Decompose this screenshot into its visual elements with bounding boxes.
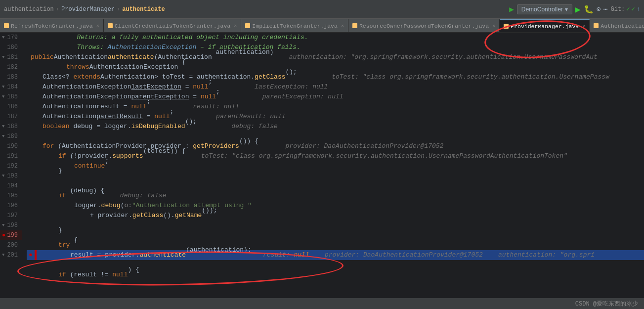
breadcrumb-item-2: ProviderManager — [61, 6, 115, 13]
code-line-188: for (AuthenticationProvider provider : g… — [27, 141, 644, 151]
tab-implicit-token[interactable]: ImplicitTokenGranter.java ✕ — [241, 19, 348, 32]
run-config-label: DemoController — [521, 6, 563, 13]
debug-icon[interactable]: 🐛 — [584, 4, 594, 14]
code-line-191: } — [27, 171, 644, 181]
tab-label: RefreshTokenGranter.java — [11, 23, 93, 29]
code-line-198: try { — [27, 240, 644, 250]
watermark-text: CSDN @爱吃东西的冰少 — [575, 300, 638, 308]
line-num-201: 201 — [0, 250, 22, 260]
code-line-193: if (debug) { debug: false — [27, 191, 644, 201]
code-editor: 179 180 181 182 183 184 185 186 187 188 … — [0, 33, 644, 298]
line-num-191: 191 — [0, 151, 22, 161]
tab-refresh-token-granter[interactable]: RefreshTokenGranter.java ✕ — [0, 19, 104, 32]
code-line-192 — [27, 181, 644, 191]
tab-label: ImplicitTokenGranter.java — [252, 23, 338, 29]
line-number-gutter: 179 180 181 182 183 184 185 186 187 188 … — [0, 33, 25, 298]
code-line-183: AuthenticationException parentException … — [27, 92, 644, 102]
line-num-186: 186 — [0, 102, 22, 112]
line-num-187: 187 — [0, 112, 22, 122]
tab-client-credentials[interactable]: ClientCredentialsTokenGranter.java ✕ — [104, 19, 242, 32]
breadcrumb-item-1: authentication — [4, 6, 54, 13]
java-file-icon — [108, 23, 113, 28]
tab-resource-owner[interactable]: ResourceOwnerPasswordTokenGranter.java ✕ — [348, 19, 500, 32]
top-bar: authentication › ProviderManager › authe… — [0, 0, 644, 19]
run-config-button[interactable]: DemoController ▾ — [517, 4, 572, 14]
git-checkmark-1: ✓ — [626, 5, 630, 13]
code-line-190: continue; — [27, 161, 644, 171]
line-num-200: 200 — [0, 240, 22, 250]
line-num-181: 181 — [0, 52, 22, 62]
tab-label: ProviderManager.java — [511, 23, 579, 30]
line-num-179: 179 — [0, 33, 22, 43]
line-num-189: 189 — [0, 132, 22, 141]
tab-bar: RefreshTokenGranter.java ✕ ClientCredent… — [0, 19, 644, 33]
git-area: Git: ✓ ✓ ↑ — [611, 5, 640, 13]
close-icon[interactable]: ✕ — [234, 23, 237, 29]
code-line-196 — [27, 221, 644, 230]
close-icon[interactable]: ✕ — [96, 23, 99, 29]
line-num-197: 197 — [0, 211, 22, 221]
java-file-icon — [504, 24, 509, 29]
line-num-193: 193 — [0, 171, 22, 181]
line-num-194: 194 — [0, 181, 22, 191]
code-line-187 — [27, 132, 644, 141]
toolbar-right: ▶ DemoController ▾ ▶ 🐛 ⊙ ⋯ Git: ✓ ✓ ↑ — [509, 4, 640, 15]
play-green-icon[interactable]: ▶ — [575, 4, 581, 15]
line-num-183: 183 — [0, 72, 22, 82]
tab-label: ResourceOwnerPasswordTokenGranter.java — [359, 23, 489, 29]
tab-authentication-prov[interactable]: AuthenticationProvi... ✕ — [590, 19, 644, 32]
code-line-184: Authentication result = null; result: nu… — [27, 102, 644, 112]
line-num-190: 190 — [0, 141, 22, 151]
line-num-180: 180 — [0, 43, 22, 52]
code-line-199: ● result = provider.authenticate(authent… — [27, 250, 644, 260]
line-num-196: 196 — [0, 201, 22, 211]
line-num-188: 188 — [0, 122, 22, 132]
dropdown-arrow: ▾ — [565, 6, 568, 13]
git-label: Git: — [611, 6, 625, 13]
line-num-199: 199 — [0, 230, 22, 240]
java-file-icon — [4, 23, 9, 28]
git-checkmark-2: ✓ — [632, 5, 635, 13]
run-icon: ▶ — [509, 4, 514, 14]
code-line-doc2: Throws: AuthenticationException – if aut… — [27, 43, 644, 52]
code-line-179: public Authentication authenticate(Authe… — [27, 52, 644, 62]
close-icon[interactable]: ✕ — [492, 23, 495, 29]
code-line-185: Authentication parentResult = null; pare… — [27, 112, 644, 122]
code-line-180: throws AuthenticationException { — [27, 62, 644, 72]
tab-label: ClientCredentialsTokenGranter.java — [115, 23, 231, 29]
code-line-doc1: Returns: a fully authenticated object in… — [27, 33, 644, 43]
breadcrumb: authentication › ProviderManager › authe… — [4, 6, 507, 13]
line-num-185: 185 — [0, 92, 22, 102]
java-file-icon — [594, 23, 599, 28]
line-num-195: 195 — [0, 191, 22, 201]
line-num-184: 184 — [0, 82, 22, 92]
coverage-icon[interactable]: ⊙ — [597, 5, 601, 13]
code-line-182: AuthenticationException lastException = … — [27, 82, 644, 92]
breadcrumb-item-3: authenticate — [122, 6, 165, 13]
code-line-181: Class<? extends Authentication> toTest =… — [27, 72, 644, 82]
close-icon[interactable]: ✕ — [582, 23, 585, 29]
code-line-197: } — [27, 230, 644, 240]
code-line-201: if (result != null) { — [27, 270, 644, 280]
code-line-194: logger.debug(o: "Authentication attempt … — [27, 201, 644, 211]
code-line-195: + provider.getClass().getName()); — [27, 211, 644, 221]
tab-provider-manager[interactable]: ProviderManager.java ✕ — [500, 19, 590, 32]
line-num-192: 192 — [0, 161, 22, 171]
code-line-186: boolean debug = logger.isDebugEnabled();… — [27, 122, 644, 132]
java-file-icon — [352, 23, 357, 28]
line-num-182: 182 — [0, 62, 22, 72]
code-content: Returns: a fully authenticated object in… — [25, 33, 644, 298]
java-file-icon — [245, 23, 250, 28]
code-line-200 — [27, 260, 644, 270]
line-num-198: 198 — [0, 221, 22, 230]
more-icon[interactable]: ⋯ — [603, 5, 607, 13]
close-icon[interactable]: ✕ — [341, 23, 344, 29]
tab-label: AuthenticationProvi... — [601, 23, 644, 29]
status-bar: CSDN @爱吃东西的冰少 — [0, 298, 644, 309]
git-arrow: ↑ — [637, 6, 640, 13]
